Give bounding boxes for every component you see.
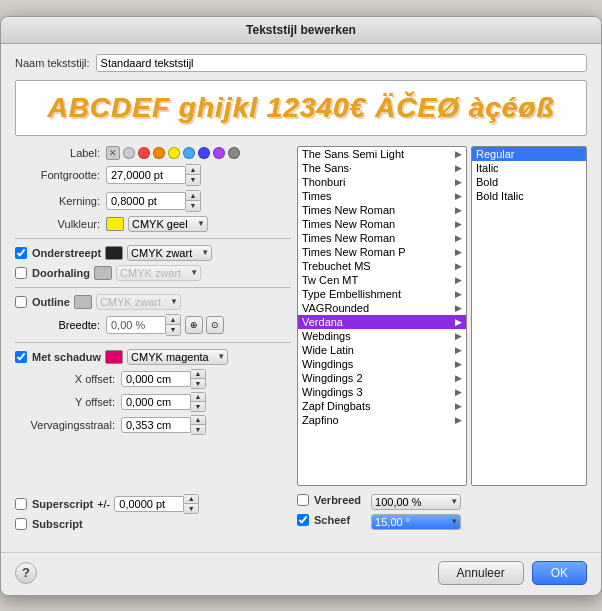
font-item-wingdings2[interactable]: Wingdings 2▶ [298,371,466,385]
font-item-times-new-roman-3[interactable]: Times New Roman▶ [298,231,466,245]
font-item-webdings[interactable]: Webdings▶ [298,329,466,343]
verbreed-select[interactable]: 100,00 % [371,494,461,510]
width-icon-2[interactable]: ⊙ [206,316,224,334]
underline-swatch[interactable] [105,246,123,260]
replacement-down[interactable]: ▼ [191,425,205,434]
font-item-type-embellishment[interactable]: Type Embellishment▶ [298,287,466,301]
shadow-select-wrapper: CMYK magenta [127,349,228,365]
fontsize-field: ▲ ▼ [106,164,201,186]
x-offset-up[interactable]: ▲ [191,370,205,379]
superscript-checkbox[interactable] [15,498,27,510]
font-item-times-new-roman-p[interactable]: Times New Roman P▶ [298,245,466,259]
style-list[interactable]: Regular Italic Bold Bold Italic [471,146,587,486]
scheef-select[interactable]: 15,00 ° [371,514,461,530]
dot-4[interactable] [183,147,195,159]
y-offset-up[interactable]: ▲ [191,393,205,402]
style-item-bold[interactable]: Bold [472,175,586,189]
scheef-checkbox[interactable] [297,514,309,526]
font-item-wingdings3[interactable]: Wingdings 3▶ [298,385,466,399]
underline-select-wrapper: CMYK zwart [127,245,212,261]
name-label: Naam tekststijl: [15,57,90,69]
outline-select[interactable]: CMYK zwart [96,294,181,310]
fontsize-down[interactable]: ▼ [186,175,200,185]
bottom-left: Superscript +/- ▲ ▼ Subscript [15,494,287,534]
width-icon-1[interactable]: ⊕ [185,316,203,334]
x-offset-input[interactable] [121,371,191,387]
annuleer-button[interactable]: Annuleer [438,561,524,585]
x-offset-down[interactable]: ▼ [191,379,205,388]
underline-select[interactable]: CMYK zwart [127,245,212,261]
divider-3 [15,342,291,343]
dot-5[interactable] [198,147,210,159]
width-input[interactable] [106,316,166,334]
strikethrough-checkbox[interactable] [15,267,27,279]
font-item-the-sans-semi-light[interactable]: The Sans Semi Light▶ [298,147,466,161]
font-item-wide-latin[interactable]: Wide Latin▶ [298,343,466,357]
font-item-zapfino[interactable]: Zapfino▶ [298,413,466,427]
strikethrough-select-wrapper: CMYK zwart [116,265,201,281]
font-item-times-new-roman-2[interactable]: Times New Roman▶ [298,217,466,231]
superscript-down[interactable]: ▼ [184,504,198,513]
scheef-row: Scheef [297,514,361,526]
style-item-regular[interactable]: Regular [472,147,586,161]
font-item-zapf-dingbats[interactable]: Zapf Dingbats▶ [298,399,466,413]
shadow-select[interactable]: CMYK magenta [127,349,228,365]
outline-select-wrapper: CMYK zwart [96,294,181,310]
vulkleur-select[interactable]: CMYK geel [128,216,208,232]
width-up[interactable]: ▲ [166,315,180,325]
style-item-italic[interactable]: Italic [472,161,586,175]
y-offset-input[interactable] [121,394,191,410]
style-item-bold-italic[interactable]: Bold Italic [472,189,586,203]
shadow-swatch[interactable] [105,350,123,364]
right-panel: The Sans Semi Light▶ The Sans·▶ Thonburi… [297,146,587,486]
superscript-row: Superscript +/- ▲ ▼ [15,494,287,514]
dot-2[interactable] [153,147,165,159]
verbreed-checkbox[interactable] [297,494,309,506]
x-offset-field: ▲ ▼ [121,369,206,389]
plus-minus: +/- [97,498,110,510]
kerning-up[interactable]: ▲ [186,191,200,201]
y-offset-down[interactable]: ▼ [191,402,205,411]
font-list[interactable]: The Sans Semi Light▶ The Sans·▶ Thonburi… [297,146,467,486]
replacement-input[interactable] [121,417,191,433]
fontsize-spinner: ▲ ▼ [186,164,201,186]
help-button[interactable]: ? [15,562,37,584]
font-item-wingdings[interactable]: Wingdings▶ [298,357,466,371]
shadow-checkbox[interactable] [15,351,27,363]
vulkleur-swatch[interactable] [106,217,124,231]
dot-1[interactable] [138,147,150,159]
superscript-input[interactable] [114,496,184,512]
dot-6[interactable] [213,147,225,159]
width-down[interactable]: ▼ [166,325,180,335]
footer: ? Annuleer OK [1,552,601,595]
strikethrough-label: Doorhaling [32,267,90,279]
dot-x[interactable]: ✕ [106,146,120,160]
underline-checkbox[interactable] [15,247,27,259]
name-input[interactable] [96,54,587,72]
kerning-input[interactable] [106,192,186,210]
dot-7[interactable] [228,147,240,159]
divider-1 [15,238,291,239]
font-item-vagrounded[interactable]: VAGRounded▶ [298,301,466,315]
fontsize-input[interactable] [106,166,186,184]
font-item-twcenmt[interactable]: Tw Cen MT▶ [298,273,466,287]
replacement-up[interactable]: ▲ [191,416,205,425]
outline-checkbox[interactable] [15,296,27,308]
font-item-trebuchet[interactable]: Trebuchet MS▶ [298,259,466,273]
font-item-thonburi[interactable]: Thonburi▶ [298,175,466,189]
dot-3[interactable] [168,147,180,159]
strikethrough-select[interactable]: CMYK zwart [116,265,201,281]
font-item-verdana[interactable]: Verdana▶ [298,315,466,329]
superscript-up[interactable]: ▲ [184,495,198,504]
font-item-times[interactable]: Times▶ [298,189,466,203]
font-item-the-sans[interactable]: The Sans·▶ [298,161,466,175]
fontsize-up[interactable]: ▲ [186,165,200,175]
kerning-row: Kerning: ▲ ▼ [15,190,291,212]
outline-label: Outline [32,296,70,308]
dot-0[interactable] [123,147,135,159]
font-item-times-new-roman-1[interactable]: Times New Roman▶ [298,203,466,217]
ok-button[interactable]: OK [532,561,587,585]
preview-text: ABCDEF ghijkl 12340€ ÄČEØ àçéøß [47,92,554,124]
subscript-checkbox[interactable] [15,518,27,530]
kerning-down[interactable]: ▼ [186,201,200,211]
